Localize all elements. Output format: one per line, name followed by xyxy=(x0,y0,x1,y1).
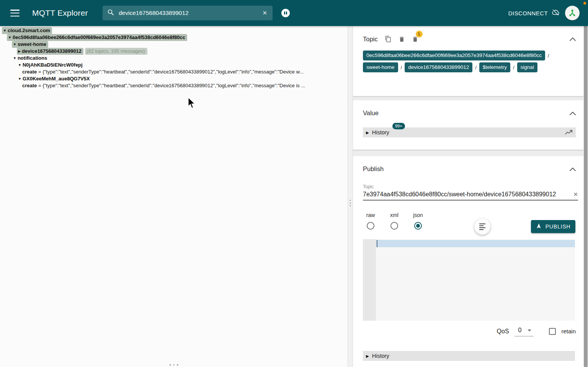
publish-topic-label: Topic xyxy=(363,184,576,189)
detail-panel: Topic 5 xyxy=(353,26,583,367)
format-raw[interactable]: raw xyxy=(363,212,378,230)
topic-card: Topic 5 xyxy=(353,26,583,96)
publish-topic-field[interactable]: 7e3974aa4f538cd6046e8f80cc/sweet-home/de… xyxy=(363,191,578,201)
clear-topic-icon[interactable]: ✕ xyxy=(573,191,578,198)
tree-node-notification-id[interactable]: ▼GX0KeeMehM_aue8QG7V5X xyxy=(0,75,348,82)
copy-topic-icon[interactable] xyxy=(385,35,392,43)
tree-node-sweet-home[interactable]: ▼sweet-home xyxy=(0,41,348,48)
value-section-title: Value xyxy=(363,109,379,117)
editor-gutter xyxy=(363,239,376,321)
dropdown-arrow-icon xyxy=(528,329,531,331)
expand-triangle-icon: ▶ xyxy=(366,130,369,135)
app-title: MQTT Explorer xyxy=(32,8,88,18)
tree-leaf-create[interactable]: create = {"type":"text","senderType":"he… xyxy=(0,82,348,89)
topic-chip[interactable]: 0ec596d8faa06bee266c6dfae00f669ee3a2057e… xyxy=(363,51,545,60)
expand-arrow-icon[interactable]: ▼ xyxy=(18,75,21,82)
expand-arrow-icon[interactable]: ▼ xyxy=(3,27,7,34)
search-clear-icon[interactable]: ✕ xyxy=(261,10,268,16)
tree-leaf-key: create xyxy=(22,69,37,75)
appbar-right: DISCONNECT xyxy=(508,0,580,26)
topic-chip[interactable]: $telemetry xyxy=(479,62,510,72)
collapse-chevron-icon[interactable] xyxy=(570,166,576,173)
expand-arrow-icon[interactable]: ▼ xyxy=(13,55,16,62)
delete-retained-topics-icon[interactable]: 5 xyxy=(412,36,418,43)
qos-label: QoS xyxy=(497,328,509,335)
tree-node-label: cloud.2smart.com xyxy=(8,27,50,34)
expand-arrow-icon[interactable]: ▼ xyxy=(13,41,16,48)
tree-leaf-value: {"type":"text","senderType":"heartbeat",… xyxy=(42,69,304,75)
radio-checked-icon[interactable] xyxy=(414,222,422,230)
search-box[interactable]: device1675680433899012 ✕ xyxy=(103,6,273,20)
retain-checkbox[interactable] xyxy=(549,328,556,335)
user-logo-icon xyxy=(568,8,577,18)
chart-icon[interactable] xyxy=(565,130,573,135)
tree-node-notification-id[interactable]: ▼N0jAhKBaD5iENrcW0fepj xyxy=(0,62,348,69)
tree-node-label: sweet-home xyxy=(18,41,46,48)
vertical-scrollbar[interactable] xyxy=(583,26,588,367)
value-history-expander[interactable]: ▶ History 99+ xyxy=(363,127,576,137)
tree-node-label: notifications xyxy=(18,55,47,62)
value-card: Value ▶ History 99+ xyxy=(353,100,583,150)
tree-node-stats: (82 topics, 335 messages) xyxy=(85,48,147,55)
format-radio-group: raw xml json xyxy=(363,212,426,230)
menu-icon[interactable] xyxy=(10,10,20,16)
tree-node-hash[interactable]: ▼0ec596d8faa06bee266c6dfae00f669ee3a2057… xyxy=(0,34,348,41)
format-xml[interactable]: xml xyxy=(387,212,402,230)
topic-chip[interactable]: device1675680433899012 xyxy=(405,62,472,72)
retain-label: retain xyxy=(561,328,576,334)
editor-body[interactable] xyxy=(376,239,575,321)
expand-triangle-icon: ▶ xyxy=(366,354,369,358)
tree-node-broker[interactable]: ▼cloud.2smart.com xyxy=(0,27,348,34)
drag-handle-icon xyxy=(350,200,351,206)
qos-row: QoS 0 retain xyxy=(497,326,576,336)
delete-topic-icon[interactable] xyxy=(399,36,405,43)
avatar[interactable] xyxy=(565,6,580,20)
appbar: MQTT Explorer device1675680433899012 ✕ D… xyxy=(0,0,588,26)
tree-node-device[interactable]: ▶device1675680433899012 (82 topics, 335 … xyxy=(0,48,348,55)
disconnect-label: DISCONNECT xyxy=(508,10,548,16)
horizontal-resize-handle[interactable] xyxy=(170,364,178,366)
topic-section-title: Topic xyxy=(363,36,378,43)
topic-tree-panel: ▼cloud.2smart.com ▼0ec596d8faa06bee266c6… xyxy=(0,26,348,367)
publish-topic-input[interactable]: 7e3974aa4f538cd6046e8f80cc/sweet-home/de… xyxy=(363,191,571,198)
format-document-button[interactable] xyxy=(474,219,490,235)
topic-chip[interactable]: signal xyxy=(517,62,537,72)
publish-button[interactable]: PUBLISH xyxy=(531,220,575,233)
publish-history-expander[interactable]: ▶ History xyxy=(363,351,575,361)
tree-node-label: 0ec596d8faa06bee266c6dfae00f669ee3a2057e… xyxy=(13,34,185,41)
qos-select[interactable]: 0 xyxy=(514,326,534,336)
tree-node-label: GX0KeeMehM_aue8QG7V5X xyxy=(23,75,90,82)
publish-section-title: Publish xyxy=(363,165,384,173)
expand-arrow-icon[interactable]: ▼ xyxy=(8,34,11,41)
tree-leaf-value: {"type":"text","senderType":"heartbeat",… xyxy=(42,83,305,88)
collapse-arrow-icon[interactable]: ▶ xyxy=(18,48,21,55)
scrollbar-thumb[interactable] xyxy=(584,26,588,367)
topic-chip[interactable]: sweet-home xyxy=(363,62,398,72)
panel-splitter[interactable] xyxy=(348,26,353,367)
radio-unchecked-icon[interactable] xyxy=(367,222,374,230)
mqtt-explorer-app: MQTT Explorer device1675680433899012 ✕ D… xyxy=(0,0,588,367)
payload-editor[interactable] xyxy=(363,239,575,321)
editor-caret xyxy=(377,240,377,247)
format-json[interactable]: json xyxy=(410,212,426,230)
tree-node-notifications[interactable]: ▼notifications xyxy=(0,55,348,62)
tree-node-label: N0jAhKBaD5iENrcW0fepj xyxy=(23,62,83,69)
publish-history-container: ▶ History xyxy=(363,351,575,361)
search-input[interactable]: device1675680433899012 xyxy=(119,10,261,16)
disconnect-button[interactable]: DISCONNECT xyxy=(508,8,560,18)
radio-unchecked-icon[interactable] xyxy=(390,222,398,230)
expand-arrow-icon[interactable]: ▼ xyxy=(18,62,21,69)
tree-leaf-create[interactable]: create = {"type":"text","senderType":"he… xyxy=(0,69,348,75)
collapse-chevron-icon[interactable] xyxy=(570,110,576,117)
send-icon xyxy=(536,223,542,230)
editor-active-line xyxy=(376,240,575,247)
cloud-off-icon xyxy=(552,8,560,18)
retained-count-badge: 5 xyxy=(416,31,423,38)
pause-button[interactable] xyxy=(281,9,290,17)
publish-card: Publish Topic 7e3974aa4f538cd6046e8f80cc… xyxy=(353,156,583,367)
collapse-chevron-icon[interactable] xyxy=(570,36,576,42)
notification-dot xyxy=(583,2,586,5)
tree-node-label: device1675680433899012 xyxy=(22,48,82,55)
search-icon xyxy=(107,9,114,17)
topic-path: 0ec596d8faa06bee266c6dfae00f669ee3a2057e… xyxy=(353,43,583,72)
